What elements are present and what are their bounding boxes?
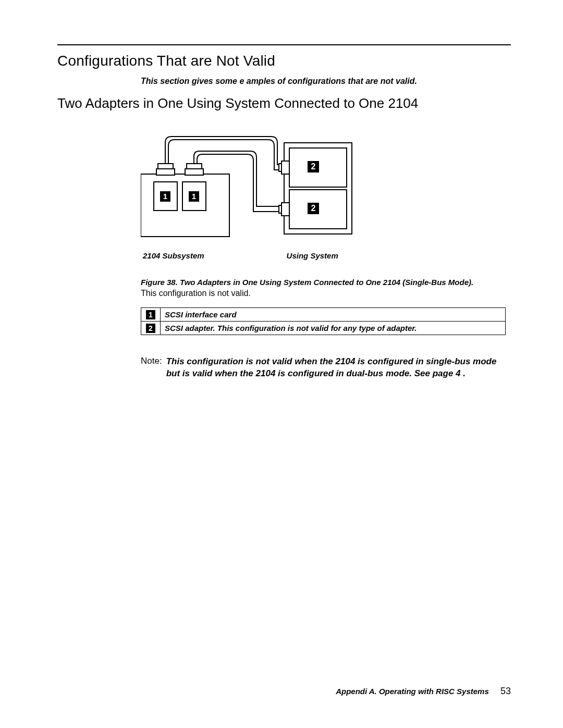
svg-rect-14 [282, 203, 289, 216]
legend-text-2: SCSI adapter. This configuration is not … [161, 322, 506, 335]
legend-num-cell: 1 [141, 308, 161, 322]
legend-num-2: 2 [146, 324, 155, 333]
svg-rect-15 [279, 205, 282, 213]
note-body: This configuration is not valid when the… [166, 356, 506, 380]
figure-caption-after: This configuration is not valid. [141, 289, 506, 298]
footer-page-number: 53 [500, 686, 511, 696]
diagram-label-right: Using System [287, 251, 338, 260]
callout-2a: 2 [311, 162, 316, 171]
diagram-labels: 2104 Subsystem Using System [141, 251, 506, 260]
heading-2: Two Adapters in One Using System Connect… [57, 95, 511, 112]
callout-1b: 1 [192, 192, 196, 201]
legend-text-1: SCSI interface card [161, 308, 506, 322]
svg-rect-13 [279, 164, 282, 171]
svg-rect-6 [187, 164, 202, 169]
diagram-label-left: 2104 Subsystem [143, 251, 204, 260]
page-footer: Appendi A. Operating with RISC Systems 5… [336, 686, 511, 697]
svg-rect-9 [284, 143, 352, 234]
heading-1: Configurations That are Not Valid [57, 53, 511, 69]
callout-2b: 2 [311, 204, 316, 213]
svg-rect-3 [156, 169, 175, 175]
top-rule [57, 44, 511, 45]
table-row: 1 SCSI interface card [141, 308, 506, 322]
section-intro: This section gives some e amples of conf… [141, 77, 511, 86]
page: Configurations That are Not Valid This s… [0, 0, 563, 728]
connection-diagram: 1 1 2 2 [141, 132, 391, 247]
note: Note: This configuration is not valid wh… [141, 356, 506, 380]
note-label: Note: [141, 356, 162, 380]
callout-1a: 1 [163, 192, 167, 201]
table-row: 2 SCSI adapter. This configuration is no… [141, 322, 506, 335]
legend-num-cell: 2 [141, 322, 161, 335]
svg-rect-4 [158, 164, 173, 169]
legend-table: 1 SCSI interface card 2 SCSI adapter. Th… [141, 307, 506, 335]
figure-caption: Figure 38. Two Adapters in One Using Sys… [141, 278, 506, 287]
footer-appendix: Appendi A. Operating with RISC Systems [336, 687, 489, 696]
figure-block: 1 1 2 2 [141, 132, 506, 380]
figure-caption-lead: Figure 38. Two Adapters in One Using Sys… [141, 278, 473, 287]
svg-rect-5 [185, 169, 203, 175]
legend-num-1: 1 [146, 310, 155, 319]
svg-rect-12 [282, 161, 289, 174]
